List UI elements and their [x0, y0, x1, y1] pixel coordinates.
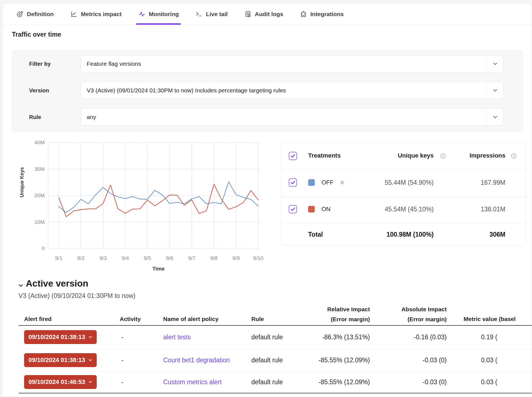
- table-bottom-rule: [19, 393, 532, 393]
- header-alert-fired: Alert fired: [24, 316, 52, 322]
- header-relative-impact: Relative Impact(Error margin): [327, 304, 370, 324]
- row-separator: [19, 349, 532, 349]
- chevron-down-icon: [88, 335, 93, 340]
- activity-cell: -: [121, 378, 124, 386]
- alert-policy-link[interactable]: alert tests: [163, 333, 191, 341]
- header-policy: Name of alert policy: [163, 316, 219, 322]
- header-absolute-impact: Absolute Impact(Error margin): [401, 304, 447, 324]
- alert-fired-time: 09/10/2024 01:38:13: [29, 356, 85, 364]
- alert-fired-badge[interactable]: 09/10/2024 01:38:13: [24, 330, 97, 344]
- rule-cell: default rule: [251, 333, 283, 341]
- rule-cell: default rule: [251, 378, 283, 386]
- relative-impact-cell: -85.55% (12.09%): [319, 356, 370, 364]
- metric-value-cell: 0.03 (: [481, 356, 497, 364]
- alert-fired-badge[interactable]: 09/10/2024 01:38:13: [24, 353, 97, 367]
- alert-fired-time: 09/10/2024 01:38:13: [29, 333, 85, 341]
- chevron-down-icon: [88, 358, 93, 363]
- row-separator: [19, 371, 532, 371]
- table-header-rule: [19, 325, 532, 326]
- header-metric-value: Metric value (basel: [464, 316, 516, 322]
- relative-impact-cell: -86.3% (13.51%): [322, 333, 370, 341]
- activity-cell: -: [121, 356, 124, 364]
- metric-value-cell: 0.19 (: [481, 333, 497, 341]
- activity-cell: -: [121, 333, 124, 341]
- absolute-impact-cell: -0.16 (0.03): [414, 333, 447, 341]
- absolute-impact-cell: -0.03 (0): [423, 356, 447, 364]
- chevron-down-icon: [88, 380, 93, 385]
- alerts-table: Alert firedActivityName of alert policyR…: [2, 4, 532, 397]
- alert-policy-link[interactable]: Custom metrics alert: [163, 378, 222, 386]
- rule-cell: default rule: [251, 356, 283, 364]
- absolute-impact-cell: -0.03 (0): [423, 378, 447, 386]
- relative-impact-cell: -85.55% (12.09%): [319, 378, 370, 386]
- alert-fired-time: 09/10/2024 01:46:53: [29, 378, 85, 386]
- metric-value-cell: 0.03 (: [481, 378, 497, 386]
- main-card: DefinitionMetrics impactMonitoringLive t…: [2, 3, 532, 397]
- header-rule: Rule: [251, 316, 264, 322]
- alert-policy-link[interactable]: Count bet1 degradation: [163, 356, 230, 364]
- alert-fired-badge[interactable]: 09/10/2024 01:46:53: [24, 375, 97, 389]
- header-activity: Activity: [120, 316, 141, 322]
